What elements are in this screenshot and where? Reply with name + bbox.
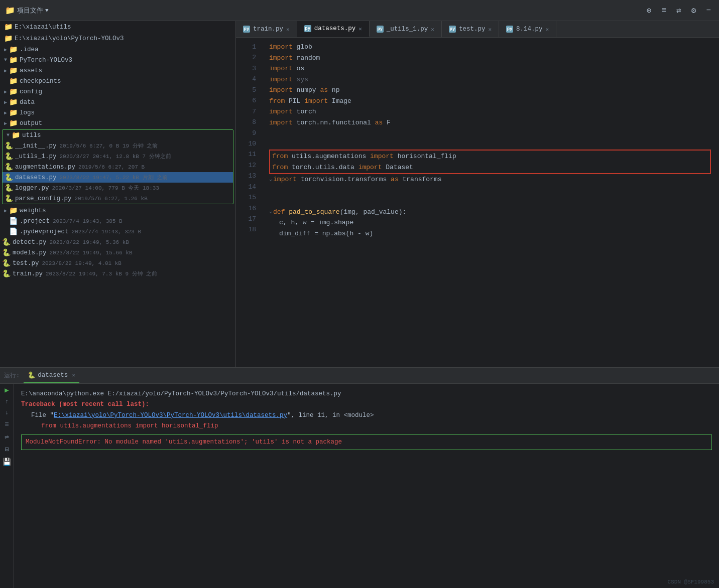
py-icon-bottom: 🐍 xyxy=(28,371,36,379)
py-icon-utils1: 🐍 xyxy=(5,152,13,161)
meta-datasets: 2023/8/22 19:47, 5.22 kB 片刻 之前 xyxy=(60,174,168,181)
bottom-tab-close[interactable]: ✕ xyxy=(72,372,75,378)
tab-datasets-close[interactable]: ✕ xyxy=(358,26,362,32)
swap-icon[interactable]: ⇄ xyxy=(676,6,681,16)
tab-814-close[interactable]: ✕ xyxy=(546,26,549,33)
func-pad-to-square: pad_to_square xyxy=(289,207,339,217)
sidebar-item-pytorch[interactable]: ▼ 📁 PyTorch-YOLOv3 xyxy=(0,55,235,65)
nav-down-button[interactable]: ↓ xyxy=(5,409,9,416)
fold-arrow-16[interactable]: ⌄ xyxy=(269,208,272,216)
tab-utils1-label: _utils_1.py xyxy=(387,26,428,33)
kw-as-5: as xyxy=(320,85,328,95)
label-logger: logger.py xyxy=(15,185,49,192)
run-button[interactable]: ▶ xyxy=(5,386,9,394)
dropdown-arrow: ▼ xyxy=(45,8,49,14)
sidebar-item-data[interactable]: ▶ 📁 data xyxy=(0,97,235,107)
py-icon-init: 🐍 xyxy=(5,141,13,150)
sidebar-item-augmentations[interactable]: 🐍 augmentations.py 2019/5/6 6:27, 207 B xyxy=(3,162,233,172)
label-parse-config: parse_config.py xyxy=(15,195,72,202)
meta-augmentations: 2019/5/6 6:27, 207 B xyxy=(78,164,145,170)
filter-button[interactable]: ⊟ xyxy=(5,445,9,454)
tab-utils1-close[interactable]: ✕ xyxy=(431,26,434,33)
settings-icon[interactable]: ⚙ xyxy=(691,6,696,16)
code-dimdiff: dim_diff = np.abs(h - w) xyxy=(269,228,373,239)
sidebar-item-weights[interactable]: ▶ 📁 weights xyxy=(0,205,235,216)
sidebar-item-models[interactable]: 🐍 models.py 2023/8/22 19:49, 15.66 kB xyxy=(0,247,235,258)
label-train: train.py xyxy=(13,270,43,277)
keyword-import-13: import xyxy=(273,174,297,185)
align-button[interactable]: ⇌ xyxy=(5,432,9,441)
tab-utils1[interactable]: py _utils_1.py ✕ xyxy=(370,21,442,37)
keyword-import-11: import xyxy=(370,151,394,162)
sidebar-item-pydevproject[interactable]: ▶ 📄 .pydevproject 2023/7/4 19:43, 323 B xyxy=(0,226,235,237)
tab-test-close[interactable]: ✕ xyxy=(488,26,492,33)
keyword-import-3: import xyxy=(269,63,293,74)
run-command: E:\anaconda\python.exe E:/xiazai/yolo/Py… xyxy=(21,389,712,399)
keyword-import-8: import xyxy=(269,117,293,128)
sidebar-item-logs[interactable]: ▶ 📁 logs xyxy=(0,107,235,118)
sidebar-item-logger[interactable]: 🐍 logger.py 2020/3/27 14:00, 779 B 今天 18… xyxy=(3,183,233,193)
py-icon-tab-test: py xyxy=(449,26,456,33)
nav-up-button[interactable]: ↑ xyxy=(5,398,9,405)
project-files-menu[interactable]: 📁 项目文件 ▼ xyxy=(5,6,49,16)
bottom-tab-datasets[interactable]: 🐍 datasets ✕ xyxy=(24,368,79,383)
cls-dataset: Dataset xyxy=(382,162,413,173)
sidebar-item-datasets[interactable]: 🐍 datasets.py 2023/8/22 19:47, 5.22 kB 片… xyxy=(3,172,233,183)
minimize-icon[interactable]: − xyxy=(706,6,711,15)
meta-train: 2023/8/22 19:49, 7.3 kB 9 分钟 之前 xyxy=(46,270,157,277)
folder-icon-logs: 📁 xyxy=(9,108,18,117)
tab-814[interactable]: py 8.14.py ✕ xyxy=(499,21,556,37)
tab-train[interactable]: py train.py ✕ xyxy=(236,21,297,37)
sidebar-item-config[interactable]: ▶ 📁 config xyxy=(0,86,235,97)
path-yolo[interactable]: 📁 E:\xiazai\yolo\PyTorch-YOLOv3 xyxy=(0,33,235,44)
label-utils: utils xyxy=(22,132,41,139)
tab-datasets[interactable]: py datasets.py ✕ xyxy=(297,21,370,37)
mod-torchvision: torchvision.transforms xyxy=(297,174,391,185)
py-icon-augmentations: 🐍 xyxy=(5,163,13,171)
py-icon-tab-814: py xyxy=(506,26,513,33)
sidebar-item-train[interactable]: 🐍 train.py 2023/8/22 19:49, 7.3 kB 9 分钟 … xyxy=(0,268,235,279)
py-icon-test: 🐍 xyxy=(2,259,11,267)
file-link[interactable]: E:\xiazai\yolo\PyTorch-YOLOv3\PyTorch-YO… xyxy=(54,412,287,419)
sidebar-item-test[interactable]: 🐍 test.py 2023/8/22 19:49, 4.01 kB xyxy=(0,258,235,268)
tab-test[interactable]: py test.py ✕ xyxy=(442,21,499,37)
wrap-button[interactable]: ≡ xyxy=(5,420,9,428)
sidebar-item-output[interactable]: ▶ 📁 output xyxy=(0,118,235,128)
watermark: CSDN @SF199853 xyxy=(668,579,714,585)
kw-from-11: from xyxy=(272,151,288,162)
code-line-14 xyxy=(269,185,711,196)
list-icon[interactable]: ≡ xyxy=(662,6,667,15)
py-icon-models: 🐍 xyxy=(2,248,11,257)
sidebar-item-project[interactable]: ▶ 📄 .project 2023/7/4 19:43, 385 B xyxy=(0,216,235,226)
sidebar-item-detect[interactable]: 🐍 detect.py 2023/8/22 19:49, 5.36 kB xyxy=(0,237,235,247)
sidebar-item-idea[interactable]: ▶ 📁 .idea xyxy=(0,44,235,55)
sidebar-item-assets[interactable]: ▶ 📁 assets xyxy=(0,65,235,76)
mod-numpy: numpy xyxy=(293,85,320,95)
save-log-button[interactable]: 💾 xyxy=(3,458,11,466)
sidebar-item-checkpoints[interactable]: ▶ 📁 checkpoints xyxy=(0,76,235,86)
tab-datasets-label: datasets.py xyxy=(314,25,356,32)
code-editor: 12345 678910 1112131415 161718 import gl… xyxy=(236,38,719,367)
sidebar-item-utils1[interactable]: 🐍 _utils_1.py 2020/3/27 20:41, 12.8 kB 7… xyxy=(3,151,233,162)
alias-f: F xyxy=(383,117,391,128)
mod-glob: glob xyxy=(293,42,312,52)
kw-from-12: from xyxy=(272,162,288,173)
label-augmentations: augmentations.py xyxy=(15,164,75,171)
label-weights: weights xyxy=(20,207,46,214)
path-utils[interactable]: 📁 E:\xiazai\utils xyxy=(0,21,235,33)
tab-train-close[interactable]: ✕ xyxy=(286,26,290,33)
target-icon[interactable]: ⊕ xyxy=(647,6,652,16)
meta-parse-config: 2019/5/6 6:27, 1.26 kB xyxy=(75,196,148,202)
arrow-data: ▶ xyxy=(2,99,9,105)
folder-icon-weights: 📁 xyxy=(9,206,18,215)
label-assets: assets xyxy=(20,67,42,74)
kw-from-6: from xyxy=(269,96,285,106)
fold-arrow-13[interactable]: ⌄ xyxy=(269,176,272,184)
sidebar-item-utils[interactable]: ▼ 📁 utils xyxy=(3,130,233,140)
label-pytorch: PyTorch-YOLOv3 xyxy=(20,57,72,64)
sidebar-item-parse-config[interactable]: 🐍 parse_config.py 2019/5/6 6:27, 1.26 kB xyxy=(3,193,233,204)
folder-icon-checkpoints: 📁 xyxy=(9,77,18,85)
func-horisontal: horisontal_flip xyxy=(394,151,456,162)
sidebar-item-init[interactable]: 🐍 __init__.py 2019/5/6 6:27, 0 B 19 分钟 之… xyxy=(3,140,233,151)
meta-init: 2019/5/6 6:27, 0 B 19 分钟 之前 xyxy=(60,142,158,150)
